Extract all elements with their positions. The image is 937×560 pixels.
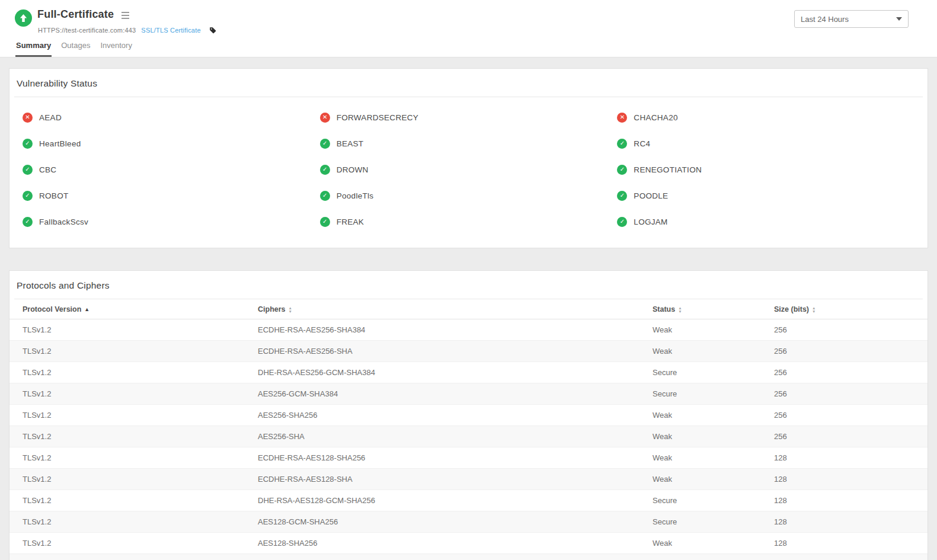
size-bits-cell: 256 [774, 319, 928, 341]
monitor-url: HTTPS://test-certificate.com:443 [38, 27, 136, 34]
cipher-cell: ECDHE-RSA-AES128-SHA [258, 469, 653, 490]
check-icon: ✓ [617, 139, 627, 149]
check-icon: ✓ [320, 191, 330, 201]
check-icon: ✓ [23, 165, 33, 175]
cipher-cell: AES128-GCM-SHA256 [258, 511, 653, 533]
vulnerability-label: ROBOT [39, 191, 69, 200]
vulnerability-item: ✓ ROBOT [23, 183, 320, 209]
column-header[interactable]: Status▲▼ [653, 299, 774, 319]
column-header-label: Protocol Version [23, 305, 81, 313]
size-bits-cell: 256 [774, 405, 928, 426]
status-cell: Weak [653, 426, 774, 447]
column-header-label: Ciphers [258, 305, 286, 313]
sort-icon: ▲▼ [84, 307, 89, 312]
cipher-cell: ECDHE-RSA-AES128-SHA256 [258, 447, 653, 469]
size-bits-cell: 128 [774, 554, 928, 560]
vulnerability-item: ✓ RENEGOTIATION [617, 156, 914, 183]
protocol-version-cell: TLSv1.2 [9, 469, 258, 490]
cipher-cell: AES256-SHA256 [258, 405, 653, 426]
size-bits-cell: 256 [774, 362, 928, 383]
tab-inventory[interactable]: Inventory [100, 41, 132, 57]
up-arrow-icon [19, 14, 28, 23]
table-body: TLSv1.2 ECDHE-RSA-AES256-SHA384 Weak 256… [9, 319, 928, 560]
check-icon: ✓ [320, 139, 330, 149]
vulnerability-label: BEAST [337, 139, 364, 148]
page-title: Full-Certificate [37, 8, 114, 21]
vulnerability-item: ✕ FORWARDSECRECY [320, 104, 618, 130]
column-header[interactable]: Protocol Version▲▼ [9, 299, 258, 319]
check-icon: ✓ [617, 191, 627, 201]
table-row: TLSv1.2 ECDHE-RSA-AES256-SHA Weak 256 [9, 341, 928, 362]
cipher-cell: ECDHE-RSA-AES256-SHA384 [258, 319, 653, 341]
monitor-header: Full-Certificate HTTPS://test-certificat… [0, 0, 937, 57]
vulnerability-item: ✓ POODLE [617, 183, 914, 209]
vulnerability-item: ✓ RC4 [617, 130, 914, 156]
status-cell: Weak [653, 405, 774, 426]
cipher-cell: AES128-SHA [258, 554, 653, 560]
cross-icon: ✕ [617, 113, 627, 123]
tab-outages[interactable]: Outages [60, 41, 91, 57]
time-range-select[interactable]: Last 24 Hours [794, 10, 909, 28]
status-cell: Weak [653, 447, 774, 469]
check-icon: ✓ [617, 217, 627, 227]
protocols-title: Protocols and Ciphers [9, 271, 928, 299]
vulnerability-label: FallbackScsv [39, 217, 88, 226]
vulnerability-label: HeartBleed [39, 139, 81, 148]
vulnerability-label: LOGJAM [634, 217, 667, 226]
sort-icon: ▲▼ [678, 306, 682, 313]
vulnerability-item: ✕ AEAD [23, 104, 320, 130]
size-bits-cell: 128 [774, 447, 928, 469]
size-bits-cell: 256 [774, 383, 928, 405]
check-icon: ✓ [23, 191, 33, 201]
hamburger-menu-icon[interactable] [121, 11, 129, 19]
status-cell: Weak [653, 341, 774, 362]
table-row: TLSv1.2 AES128-GCM-SHA256 Secure 128 [9, 511, 928, 533]
column-header-label: Size (bits) [774, 305, 809, 313]
time-range-value: Last 24 Hours [801, 15, 849, 24]
table-header-row: Protocol Version▲▼ Ciphers▲▼ Status▲▼ Si… [9, 299, 928, 319]
vulnerability-label: DROWN [337, 165, 369, 174]
protocol-version-cell: TLSv1.2 [9, 533, 258, 554]
page-root: Full-Certificate HTTPS://test-certificat… [0, 0, 937, 560]
vulnerability-label: FREAK [337, 217, 364, 226]
vulnerability-label: FORWARDSECRECY [337, 113, 418, 122]
cipher-cell: DHE-RSA-AES128-GCM-SHA256 [258, 490, 653, 511]
vulnerability-item: ✓ PoodleTls [320, 183, 618, 209]
table-row: TLSv1.2 DHE-RSA-AES128-GCM-SHA256 Secure… [9, 490, 928, 511]
size-bits-cell: 128 [774, 490, 928, 511]
size-bits-cell: 128 [774, 533, 928, 554]
vulnerability-label: PoodleTls [337, 191, 374, 200]
protocol-version-cell: TLSv1.2 [9, 447, 258, 469]
vulnerability-item: ✓ FREAK [320, 209, 618, 235]
column-header[interactable]: Size (bits)▲▼ [774, 299, 928, 319]
monitor-type-link[interactable]: SSL/TLS Certificate [141, 27, 200, 34]
vulnerability-item: ✓ BEAST [320, 130, 618, 156]
protocol-version-cell: TLSv1.2 [9, 341, 258, 362]
status-cell: Secure [653, 511, 774, 533]
table-row: TLSv1.2 AES256-SHA256 Weak 256 [9, 405, 928, 426]
check-icon: ✓ [617, 165, 627, 175]
vulnerability-item: ✓ FallbackScsv [23, 209, 320, 235]
status-cell: Secure [653, 490, 774, 511]
vulnerability-grid: ✕ AEAD ✕ FORWARDSECRECY ✕ CHACHA20 ✓ Hea… [9, 97, 928, 248]
vulnerability-label: CHACHA20 [634, 113, 677, 122]
status-cell: Weak [653, 554, 774, 560]
cipher-cell: DHE-RSA-AES256-GCM-SHA384 [258, 362, 653, 383]
cross-icon: ✕ [320, 113, 330, 123]
tab-summary[interactable]: Summary [15, 41, 52, 57]
check-icon: ✓ [320, 165, 330, 175]
cipher-cell: AES128-SHA256 [258, 533, 653, 554]
table-row: TLSv1.2 ECDHE-RSA-AES256-SHA384 Weak 256 [9, 319, 928, 341]
sort-icon: ▲▼ [812, 306, 816, 313]
column-header[interactable]: Ciphers▲▼ [258, 299, 653, 319]
vulnerability-item: ✓ LOGJAM [617, 209, 914, 235]
size-bits-cell: 256 [774, 341, 928, 362]
check-icon: ✓ [23, 139, 33, 149]
cipher-cell: ECDHE-RSA-AES256-SHA [258, 341, 653, 362]
size-bits-cell: 128 [774, 511, 928, 533]
protocols-table: Protocol Version▲▼ Ciphers▲▼ Status▲▼ Si… [9, 299, 928, 560]
tag-icon[interactable] [209, 27, 216, 34]
vulnerability-title: Vulnerability Status [9, 69, 928, 97]
vulnerability-item: ✓ HeartBleed [23, 130, 320, 156]
vulnerability-label: CBC [39, 165, 56, 174]
